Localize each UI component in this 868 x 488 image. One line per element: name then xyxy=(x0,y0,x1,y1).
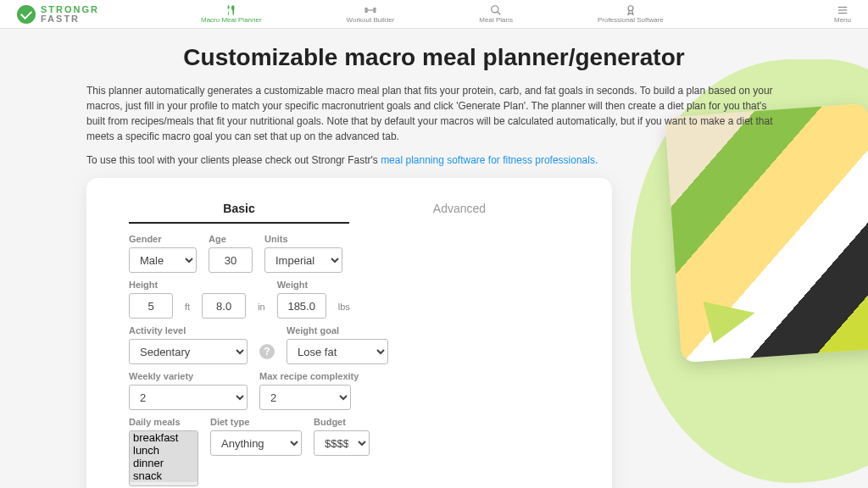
budget-select[interactable]: $$$$ xyxy=(314,430,370,456)
logo-icon xyxy=(17,5,36,24)
gender-select[interactable]: Male xyxy=(129,247,197,273)
svg-point-3 xyxy=(492,6,498,13)
search-icon xyxy=(489,4,503,16)
age-input[interactable] xyxy=(209,247,253,273)
page-title: Customizable macro meal planner/generato… xyxy=(86,44,782,71)
variety-label: Weekly variety xyxy=(129,371,248,381)
feet-unit: ft xyxy=(185,302,190,312)
meals-label: Daily meals xyxy=(129,417,198,427)
svg-point-5 xyxy=(628,6,633,11)
units-label: Units xyxy=(264,234,342,244)
award-icon xyxy=(624,4,637,16)
tab-advanced[interactable]: Advanced xyxy=(349,193,570,224)
hamburger-icon xyxy=(836,4,849,16)
svg-rect-0 xyxy=(365,8,367,13)
diet-label: Diet type xyxy=(210,417,302,427)
height-inches-input[interactable] xyxy=(202,293,246,319)
height-label: Height xyxy=(129,280,173,290)
svg-line-4 xyxy=(498,12,501,15)
nav-meal-plans[interactable]: Meal Plans xyxy=(479,4,513,24)
tab-basic[interactable]: Basic xyxy=(129,193,349,224)
top-nav: STRONGR FASTR Macro Meal Planner Workout… xyxy=(0,0,868,29)
pro-software-link[interactable]: meal planning software for fitness profe… xyxy=(381,154,598,166)
menu-button[interactable]: Menu xyxy=(834,4,851,24)
variety-select[interactable]: 2 xyxy=(129,385,248,410)
nav-professional[interactable]: Professional Software xyxy=(598,4,664,24)
goal-select[interactable]: Lose fat xyxy=(287,339,388,364)
activity-label: Activity level xyxy=(129,325,248,336)
complexity-label: Max recipe complexity xyxy=(259,371,359,381)
page-subdescription: To use this tool with your clients pleas… xyxy=(86,152,782,168)
budget-label: Budget xyxy=(314,417,370,427)
svg-rect-1 xyxy=(374,8,376,13)
complexity-select[interactable]: 2 xyxy=(259,385,351,410)
weight-input[interactable] xyxy=(277,293,326,319)
activity-help-icon[interactable]: ? xyxy=(259,344,275,359)
nav-workout-builder[interactable]: Workout Builder xyxy=(347,4,395,24)
goal-label: Weight goal xyxy=(287,325,388,336)
units-select[interactable]: Imperial xyxy=(264,247,342,273)
inches-unit: in xyxy=(258,302,265,312)
age-label: Age xyxy=(209,234,253,244)
gender-label: Gender xyxy=(129,234,197,244)
planner-card: Basic Advanced Gender Male Age Units Imp… xyxy=(86,178,612,488)
utensils-icon xyxy=(225,4,238,16)
activity-select[interactable]: Sedentary xyxy=(129,339,248,364)
meals-multiselect[interactable]: breakfastlunch dinnersnack xyxy=(129,430,198,486)
dumbbell-icon xyxy=(364,4,377,16)
diet-select[interactable]: Anything xyxy=(210,430,302,456)
logo[interactable]: STRONGR FASTR xyxy=(17,5,99,24)
logo-text: STRONGR FASTR xyxy=(41,5,99,24)
page-description: This planner automatically generates a c… xyxy=(86,83,782,144)
weight-unit: lbs xyxy=(338,302,350,312)
weight-label: Weight xyxy=(277,280,326,290)
height-feet-input[interactable] xyxy=(129,293,173,319)
nav-macro-planner[interactable]: Macro Meal Planner xyxy=(201,4,262,24)
